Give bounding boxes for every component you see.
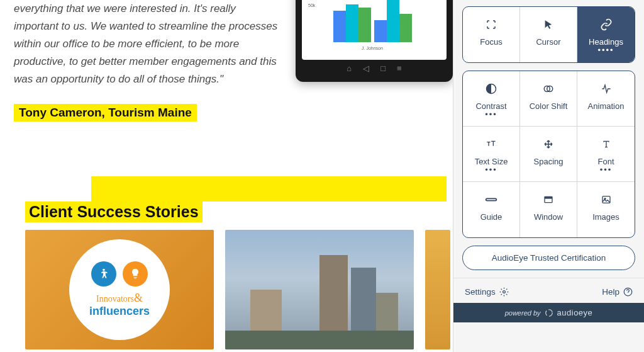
tablet-mockup: $100k 50k J. Johnson ⌂ ◁ □ ≡: [296, 0, 453, 82]
focus-button[interactable]: Focus: [463, 7, 520, 62]
panel-grid: Contrast ••• Color Shift Animation: [462, 71, 635, 238]
tablet-screen: $100k 50k J. Johnson: [302, 0, 447, 60]
settings-link[interactable]: Settings: [465, 287, 509, 297]
textsize-icon: [484, 137, 498, 152]
lightbulb-icon: [123, 261, 148, 287]
audioeye-logo-icon: [545, 309, 553, 317]
focus-icon: [486, 17, 497, 32]
help-icon: [623, 287, 633, 297]
powered-by-bar: powered by audioeye: [453, 303, 644, 322]
bar-chart: $100k 50k J. Johnson: [308, 0, 434, 54]
home-icon: ⌂: [347, 64, 352, 73]
story-card-partial[interactable]: [425, 230, 450, 349]
panel-footer: Settings Help: [453, 278, 644, 303]
accessibility-panel: Focus Cursor Headings ••••: [453, 0, 644, 352]
window-button[interactable]: Window: [520, 182, 577, 237]
svg-rect-6: [545, 196, 552, 198]
back-icon: ◁: [363, 64, 369, 73]
spacing-button[interactable]: Spacing: [520, 127, 577, 182]
images-button[interactable]: Images: [577, 182, 635, 237]
decorative-strip: [91, 176, 447, 202]
animation-icon: [600, 81, 613, 96]
colorshift-icon: [542, 81, 555, 96]
testimonial-quote: everything that we were interested in. I…: [14, 0, 278, 88]
headings-button[interactable]: Headings ••••: [577, 7, 635, 62]
svg-point-0: [103, 269, 105, 271]
badge-line2: influencers: [89, 305, 150, 318]
textsize-button[interactable]: Text Size •••: [463, 127, 520, 182]
testimonial-author: Tony Cameron, Tourism Maine: [14, 104, 197, 122]
panel-row-1: Focus Cursor Headings ••••: [462, 6, 635, 63]
svg-point-9: [502, 291, 505, 293]
story-cards: Innovators& influencers: [25, 230, 450, 349]
square-icon: □: [380, 64, 386, 73]
images-icon: [601, 192, 612, 207]
accessibility-icon: [91, 261, 116, 287]
guide-icon: [485, 192, 497, 207]
section-heading: Client Success Stories: [25, 202, 203, 222]
animation-button[interactable]: Animation: [577, 71, 635, 127]
menu-icon: ≡: [397, 64, 402, 73]
link-icon: [600, 17, 613, 32]
font-button[interactable]: Font •••: [577, 127, 635, 182]
colorshift-button[interactable]: Color Shift: [520, 71, 577, 127]
story-card-innovators[interactable]: Innovators& influencers: [25, 230, 214, 349]
gear-icon: [499, 287, 509, 297]
tablet-nav-bar: ⌂ ◁ □ ≡: [302, 64, 447, 73]
svg-rect-4: [486, 198, 497, 200]
innovators-badge: Innovators& influencers: [69, 239, 170, 340]
story-card-city[interactable]: [225, 230, 414, 349]
page-content: everything that we were interested in. I…: [0, 0, 447, 352]
contrast-button[interactable]: Contrast •••: [463, 71, 520, 127]
badge-line1: Innovators&: [96, 292, 143, 305]
certification-button[interactable]: AudioEye Trusted Certification: [462, 246, 635, 270]
window-icon: [543, 192, 554, 207]
help-link[interactable]: Help: [602, 287, 633, 297]
cursor-icon: [543, 17, 553, 32]
guide-button[interactable]: Guide: [463, 182, 520, 237]
cursor-button[interactable]: Cursor: [520, 7, 577, 62]
font-icon: [601, 137, 611, 152]
contrast-icon: [486, 81, 497, 96]
spacing-icon: [543, 137, 554, 152]
svg-point-11: [545, 309, 552, 316]
